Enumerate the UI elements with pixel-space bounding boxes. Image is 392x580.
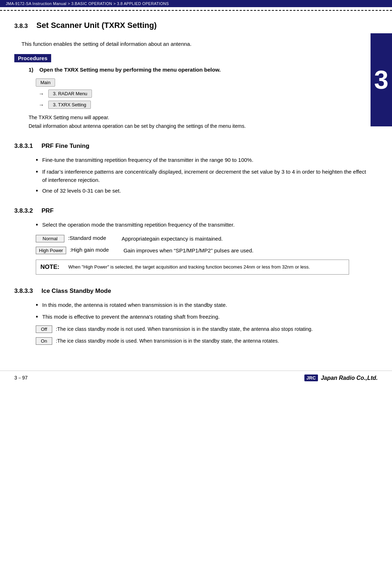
- footer-page: 3－97: [14, 375, 28, 381]
- prf-fine-bullet-2-text: If radar’s interference patterns are con…: [42, 168, 371, 184]
- arrow-2: →: [39, 102, 44, 108]
- menu-flow: Main → 3. RADAR Menu → 3. TXRX Setting: [36, 78, 371, 109]
- normal-label: :Standard mode: [68, 235, 114, 241]
- prf-mode-highpower: High Power :High gain mode Gain improves…: [36, 247, 371, 255]
- menu-radar-btn: 3. RADAR Menu: [48, 90, 92, 98]
- logo-text: Japan Radio Co.,Ltd.: [321, 375, 378, 381]
- footer-logo: JRC Japan Radio Co.,Ltd.: [304, 374, 378, 381]
- ice-bullet-1-text: In this mode, the antenna is rotated whe…: [42, 301, 227, 310]
- ice-header: 3.8.3.3 Ice Class Standby Mode: [14, 280, 371, 298]
- prf-header: 3.8.3.2 PRF: [14, 199, 371, 217]
- prf-fine-header: 3.8.3.1 PRF Fine Tuning: [14, 135, 371, 153]
- highpower-badge: High Power: [36, 247, 66, 254]
- prf-title: PRF: [41, 207, 54, 214]
- menu-row-radar: → 3. RADAR Menu: [36, 90, 371, 98]
- menu-txrx-btn: 3. TXRX Setting: [48, 101, 91, 109]
- normal-desc: Appropriategain expectancy is maintained…: [122, 235, 371, 243]
- prf-intro-bullet: • Select the operation mode the transmit…: [36, 221, 371, 230]
- menu-row-main: Main: [36, 78, 371, 87]
- ice-bullets: • In this mode, the antenna is rotated w…: [36, 301, 371, 322]
- ice-bullet-1: • In this mode, the antenna is rotated w…: [36, 301, 371, 310]
- jrc-label: JRC: [304, 374, 318, 381]
- ice-bullet-2: • This mode is effective to prevent the …: [36, 313, 371, 322]
- prf-intro-text: Select the operation mode the transmitti…: [42, 221, 235, 230]
- on-desc: :The ice class standby mode is used. Whe…: [56, 337, 371, 345]
- prf-mode-normal: Normal :Standard mode Appropriategain ex…: [36, 235, 371, 243]
- step-1-text: Open the TXRX Setting menu by performing…: [39, 67, 221, 73]
- section-header: 3.8.3 Set Scanner Unit (TXRX Setting): [14, 14, 371, 37]
- prf-fine-title: PRF Fine Tuning: [41, 142, 89, 150]
- ice-bullet-2-text: This mode is effective to prevent the an…: [42, 313, 220, 322]
- section-title: Set Scanner Unit (TXRX Setting): [36, 21, 157, 30]
- menu-main-btn: Main: [36, 78, 55, 87]
- ice-title: Ice Class Standby Mode: [41, 287, 111, 295]
- divider: [0, 10, 392, 11]
- prf-fine-id: 3.8.3.1: [14, 142, 33, 150]
- intro-text: This function enables the setting of det…: [21, 41, 371, 47]
- main-content: 3.8.3 Set Scanner Unit (TXRX Setting) Th…: [0, 14, 392, 363]
- note-label: NOTE:: [40, 264, 66, 271]
- prf-id: 3.8.3.2: [14, 207, 33, 214]
- ice-off-row: Off :The ice class standby mode is not u…: [36, 325, 371, 333]
- ice-on-row: On :The ice class standby mode is used. …: [36, 337, 371, 345]
- note-content: When "High Power" is selected, the targe…: [68, 264, 310, 271]
- procedures-label: Procedures: [14, 54, 51, 62]
- prf-fine-bullets: • Fine-tune the transmitting repetition …: [36, 156, 371, 196]
- prf-fine-bullet-1-text: Fine-tune the transmitting repetition fr…: [42, 156, 253, 165]
- off-desc: :The ice class standby mode is not used.…: [56, 325, 371, 333]
- step-container: 1) Open the TXRX Setting menu by perform…: [29, 67, 371, 73]
- highpower-label: :High gain mode: [70, 247, 116, 253]
- menu-note1: The TXRX Setting menu will appear.: [29, 115, 371, 120]
- ice-id: 3.8.3.3: [14, 287, 33, 295]
- section-id: 3.8.3: [14, 23, 28, 30]
- highpower-desc: Gain improves when “SP1/MP1/MP2” pulses …: [123, 247, 371, 255]
- prf-fine-bullet-3: • One of 32 levels 0-31 can be set.: [36, 187, 371, 196]
- normal-badge: Normal: [36, 235, 64, 242]
- step-1-line: 1) Open the TXRX Setting menu by perform…: [29, 67, 371, 73]
- step-1-num: 1): [29, 67, 39, 73]
- top-bar: JMA-9172-SA Instruction Manual > 3.BASIC…: [0, 0, 392, 7]
- on-badge: On: [36, 337, 52, 345]
- prf-intro-item: • Select the operation mode the transmit…: [36, 221, 371, 230]
- prf-note-box: NOTE: When "High Power" is selected, the…: [36, 260, 349, 275]
- off-badge: Off: [36, 325, 52, 333]
- procedures-badge: Procedures: [14, 54, 371, 67]
- arrow-1: →: [39, 91, 44, 97]
- breadcrumb: JMA-9172-SA Instruction Manual > 3.BASIC…: [6, 1, 169, 6]
- menu-row-txrx: → 3. TXRX Setting: [36, 101, 371, 109]
- prf-fine-bullet-2: • If radar’s interference patterns are c…: [36, 168, 371, 184]
- footer: 3－97 JRC Japan Radio Co.,Ltd.: [0, 371, 392, 385]
- prf-fine-bullet-1: • Fine-tune the transmitting repetition …: [36, 156, 371, 165]
- prf-mode-table: Normal :Standard mode Appropriategain ex…: [36, 235, 371, 255]
- menu-note2: Detail information about antenna operati…: [29, 123, 371, 129]
- prf-fine-bullet-3-text: One of 32 levels 0-31 can be set.: [42, 187, 121, 196]
